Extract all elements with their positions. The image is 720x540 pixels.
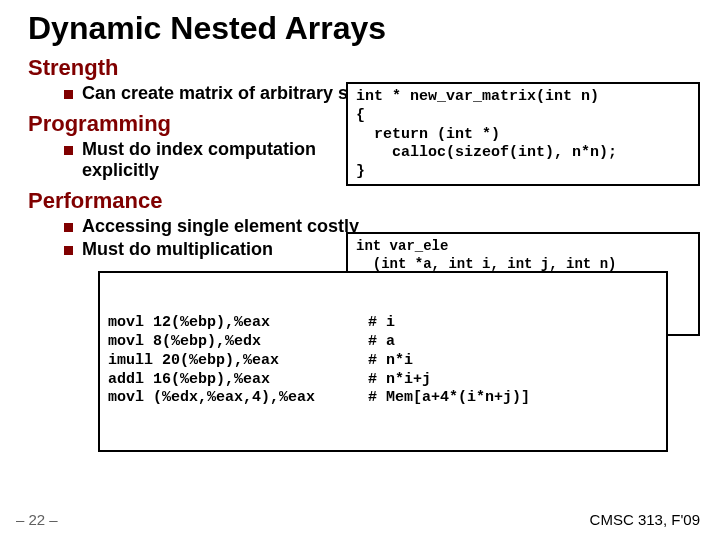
asm-row: movl 8(%ebp),%edx# a (108, 333, 530, 352)
asm-instr: addl 16(%ebp),%eax (108, 371, 368, 390)
page-number: – 22 – (16, 511, 58, 528)
asm-instr: movl (%edx,%eax,4),%eax (108, 389, 368, 408)
list-item: Must do index computation explicitly (64, 139, 392, 182)
section-head-performance: Performance (28, 188, 692, 214)
asm-comment: # Mem[a+4*(i*n+j)] (368, 389, 530, 408)
code-new-var-matrix: int * new_var_matrix(int n) { return (in… (346, 82, 700, 186)
section-head-strength: Strength (28, 55, 692, 81)
slide-title: Dynamic Nested Arrays (28, 10, 692, 47)
asm-comment: # a (368, 333, 530, 352)
list-item: Can create matrix of arbitrary size (64, 83, 392, 105)
asm-row: movl 12(%ebp),%eax# i (108, 314, 530, 333)
asm-comment: # n*i (368, 352, 530, 371)
asm-comment: # n*i+j (368, 371, 530, 390)
asm-instr: movl 12(%ebp),%eax (108, 314, 368, 333)
course-footer: CMSC 313, F'09 (590, 511, 700, 528)
asm-instr: imull 20(%ebp),%eax (108, 352, 368, 371)
asm-comment: # i (368, 314, 530, 333)
asm-instr: movl 8(%ebp),%edx (108, 333, 368, 352)
asm-row: movl (%edx,%eax,4),%eax# Mem[a+4*(i*n+j)… (108, 389, 530, 408)
asm-row: imull 20(%ebp),%eax# n*i (108, 352, 530, 371)
code-assembly: movl 12(%ebp),%eax# imovl 8(%ebp),%edx# … (98, 271, 668, 452)
list-item: Accessing single element costly (64, 216, 392, 238)
asm-row: addl 16(%ebp),%eax# n*i+j (108, 371, 530, 390)
